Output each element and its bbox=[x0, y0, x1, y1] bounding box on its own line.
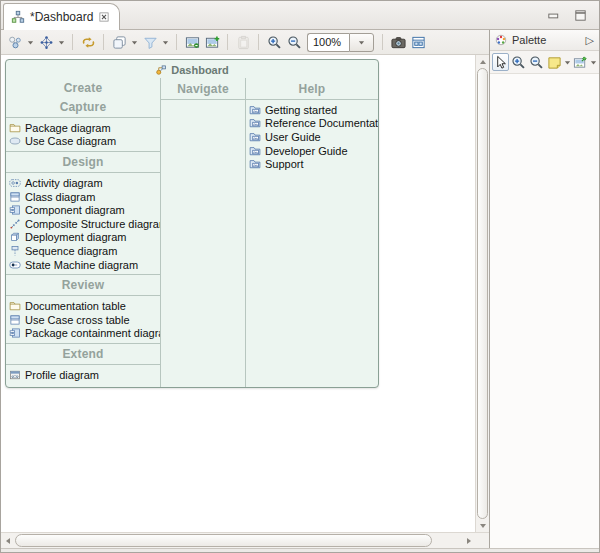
item-label: Use Case diagram bbox=[25, 135, 116, 147]
editor-area: 100% Dashboard CreateCapturePackage diag… bbox=[1, 30, 489, 548]
item-label: Sequence diagram bbox=[25, 245, 117, 257]
minimize-button[interactable] bbox=[546, 8, 560, 22]
network-graph-icon bbox=[39, 35, 54, 50]
zoom-level-combo: 100% bbox=[307, 33, 374, 52]
zoom-level-dropdown-button[interactable] bbox=[349, 33, 374, 52]
horizontal-scrollbar-thumb[interactable] bbox=[15, 534, 432, 547]
dashboard-item[interactable]: Use Case cross table bbox=[6, 313, 160, 327]
zoom-out-button[interactable] bbox=[284, 32, 304, 52]
section-items: Package diagramUse Case diagram bbox=[6, 118, 160, 151]
palette-view: Palette ▷ bbox=[489, 30, 599, 548]
select-tool[interactable] bbox=[492, 53, 509, 71]
image-add-icon bbox=[205, 35, 220, 50]
palette-zoom-in-tool[interactable] bbox=[510, 53, 527, 71]
layout-window-icon bbox=[411, 35, 426, 50]
dashboard-column-create: CreateCapturePackage diagramUse Case dia… bbox=[6, 78, 160, 387]
item-label: Deployment diagram bbox=[25, 231, 127, 243]
arrow-left-icon bbox=[6, 538, 10, 544]
new-table-button[interactable] bbox=[36, 32, 56, 52]
filter-button-dropdown[interactable] bbox=[160, 32, 171, 52]
palette-expand-icon[interactable]: ▷ bbox=[586, 34, 594, 47]
maximize-button[interactable] bbox=[573, 8, 587, 22]
zoom-out-icon bbox=[529, 55, 544, 70]
dashboard-item[interactable]: State Machine diagram bbox=[6, 258, 160, 272]
dashboard-item[interactable]: Class diagram bbox=[6, 190, 160, 204]
new-diagram-button-dropdown[interactable] bbox=[25, 32, 36, 52]
item-label: Class diagram bbox=[25, 191, 95, 203]
diagram-canvas[interactable]: Dashboard CreateCapturePackage diagramUs… bbox=[1, 55, 475, 532]
dashboard-item[interactable]: User Guide bbox=[246, 130, 378, 144]
item-label: Component diagram bbox=[25, 204, 125, 216]
zoom-in-icon bbox=[267, 35, 282, 50]
class-icon bbox=[9, 314, 21, 326]
paste-icon bbox=[236, 35, 251, 50]
folder-icon bbox=[9, 300, 21, 312]
item-label: State Machine diagram bbox=[25, 259, 138, 271]
horizontal-scrollbar-track[interactable] bbox=[14, 534, 462, 548]
sync-button[interactable] bbox=[78, 32, 98, 52]
item-label: Developer Guide bbox=[265, 145, 348, 157]
dashboard-item[interactable]: Sequence diagram bbox=[6, 244, 160, 258]
tab-dashboard[interactable]: *Dashboard bbox=[3, 3, 120, 30]
dashboard-item[interactable]: Profile diagram bbox=[6, 368, 160, 382]
horizontal-scrollbar[interactable] bbox=[1, 532, 489, 548]
scroll-left-button[interactable] bbox=[1, 533, 14, 549]
dashboard-item[interactable]: Developer Guide bbox=[246, 144, 378, 158]
window-bottom-edge bbox=[1, 548, 599, 553]
dashboard-item[interactable]: Documentation table bbox=[6, 299, 160, 313]
zoom-out-icon bbox=[287, 35, 302, 50]
dashboard-item[interactable]: Activity diagram bbox=[6, 176, 160, 190]
dashboard-item[interactable]: Package diagram bbox=[6, 121, 160, 135]
vertical-scrollbar-thumb[interactable] bbox=[477, 68, 488, 519]
paste-button[interactable] bbox=[233, 32, 253, 52]
dashboard-item[interactable]: Deployment diagram bbox=[6, 231, 160, 245]
section-items: Documentation tableUse Case cross tableP… bbox=[6, 296, 160, 343]
diagram-layout-button[interactable] bbox=[408, 32, 428, 52]
image-tool[interactable] bbox=[572, 53, 589, 71]
palette-header[interactable]: Palette ▷ bbox=[490, 30, 599, 51]
item-label: Package diagram bbox=[25, 122, 111, 134]
help-folder-icon bbox=[249, 104, 261, 116]
scroll-up-button[interactable] bbox=[476, 55, 489, 68]
dashboard-item[interactable]: Getting started bbox=[246, 103, 378, 117]
filter-button[interactable] bbox=[140, 32, 160, 52]
scroll-right-button[interactable] bbox=[462, 533, 475, 549]
note-tool[interactable] bbox=[546, 53, 563, 71]
maximize-icon bbox=[573, 8, 588, 23]
item-label: Support bbox=[265, 158, 304, 170]
new-diagram-button[interactable] bbox=[5, 32, 25, 52]
zoom-in-button[interactable] bbox=[264, 32, 284, 52]
editor-toolbar: 100% bbox=[1, 30, 489, 55]
diagram-canvas-area: Dashboard CreateCapturePackage diagramUs… bbox=[1, 55, 489, 532]
section-title: Capture bbox=[6, 99, 160, 116]
dashboard-item[interactable]: Support bbox=[246, 157, 378, 171]
vertical-scrollbar[interactable] bbox=[475, 55, 489, 532]
scroll-down-button[interactable] bbox=[476, 519, 489, 532]
copy-appearance-button[interactable] bbox=[109, 32, 129, 52]
dropdown-arrow-icon bbox=[162, 39, 169, 46]
note-tool-dropdown[interactable] bbox=[564, 53, 571, 71]
zoom-level-value[interactable]: 100% bbox=[307, 33, 349, 52]
dashboard-item[interactable]: Package containment diagram bbox=[6, 327, 160, 341]
section-items: Activity diagramClass diagramComponent d… bbox=[6, 173, 160, 274]
palette-zoom-out-tool[interactable] bbox=[528, 53, 545, 71]
dashboard-item[interactable]: Composite Structure diagram bbox=[6, 217, 160, 231]
screenshot-button[interactable] bbox=[388, 32, 408, 52]
arrow-down-icon bbox=[480, 524, 486, 528]
dashboard-column-navigate: Navigate bbox=[160, 78, 245, 387]
dropdown-arrow-icon bbox=[58, 39, 65, 46]
column-title: Create bbox=[6, 80, 160, 97]
add-image-button[interactable] bbox=[202, 32, 222, 52]
dashboard-item[interactable]: Use Case diagram bbox=[6, 135, 160, 149]
image-tool-dropdown[interactable] bbox=[590, 53, 597, 71]
export-image-button[interactable] bbox=[182, 32, 202, 52]
new-table-button-dropdown[interactable] bbox=[56, 32, 67, 52]
profile-icon bbox=[9, 369, 21, 381]
palette-body[interactable] bbox=[490, 74, 599, 548]
copy-appearance-button-dropdown[interactable] bbox=[129, 32, 140, 52]
dashboard-item[interactable]: Component diagram bbox=[6, 203, 160, 217]
dropdown-arrow-icon bbox=[590, 59, 597, 66]
item-label: Reference Documentation bbox=[265, 117, 378, 129]
dashboard-item[interactable]: Reference Documentation bbox=[246, 117, 378, 131]
close-icon[interactable] bbox=[98, 11, 110, 23]
